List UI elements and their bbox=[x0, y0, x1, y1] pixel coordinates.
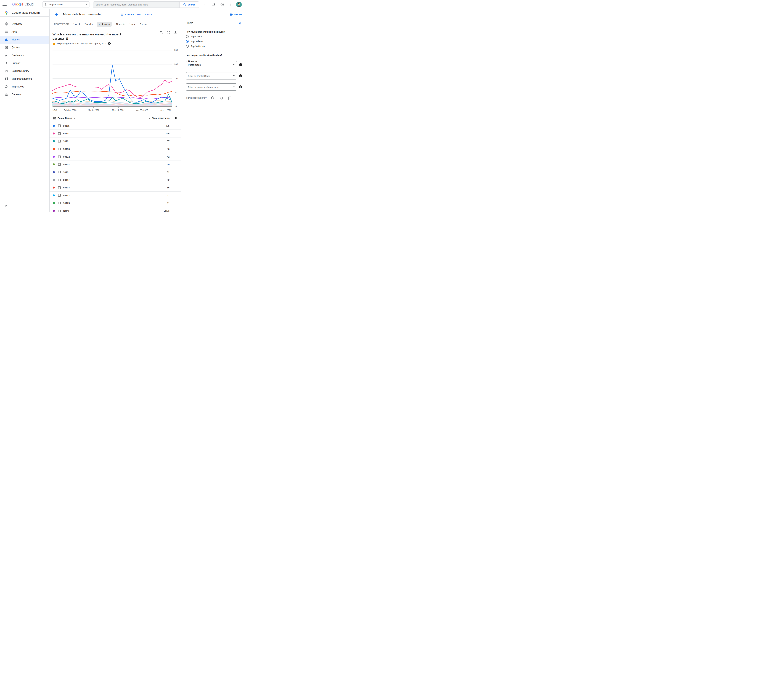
filter-views-select[interactable]: Filter by number of map views bbox=[186, 83, 237, 91]
sidebar-item-map-management[interactable]: Map Management bbox=[0, 75, 49, 83]
postal-code-label: 98102 bbox=[63, 163, 70, 166]
row-checkbox[interactable] bbox=[58, 210, 61, 212]
sidebar-item-support[interactable]: Support bbox=[0, 59, 49, 67]
row-checkbox[interactable] bbox=[58, 124, 61, 127]
project-picker[interactable]: Project Name bbox=[42, 2, 90, 8]
thumbs-down-icon[interactable] bbox=[219, 96, 223, 100]
row-checkbox[interactable] bbox=[58, 179, 61, 181]
upload-chart-icon[interactable] bbox=[173, 31, 177, 34]
sort-column-header[interactable]: Total map views bbox=[148, 117, 170, 119]
search-icon bbox=[183, 3, 186, 6]
warning-help-icon[interactable]: ? bbox=[108, 42, 111, 45]
range-1-week[interactable]: 1 week bbox=[74, 23, 80, 25]
range-4-weeks-selected[interactable]: ✓ 4 weeks bbox=[97, 22, 112, 27]
range-12-weeks[interactable]: 12 weeks bbox=[116, 23, 125, 25]
back-arrow-icon[interactable] bbox=[55, 12, 59, 16]
sidebar-item-overview[interactable]: Overview bbox=[0, 20, 49, 28]
export-data-button[interactable]: EXPORT DATA TO CSV bbox=[121, 13, 153, 16]
series-color-dot bbox=[53, 148, 55, 150]
table-row[interactable]: 9811311 bbox=[49, 191, 181, 199]
search-input[interactable]: Search (/) for resources, docs, products… bbox=[93, 2, 180, 8]
group-by-help-icon[interactable]: ? bbox=[239, 63, 242, 66]
table-row[interactable]: 9812242 bbox=[49, 153, 181, 160]
postal-code-label: 98111 bbox=[63, 132, 69, 135]
row-checkbox[interactable] bbox=[58, 140, 61, 142]
sidebar-item-apis[interactable]: APIs bbox=[0, 28, 49, 36]
learn-button[interactable]: LEARN bbox=[229, 13, 242, 16]
sidebar-item-metrics[interactable]: Metrics bbox=[0, 36, 49, 44]
group-by-select[interactable]: Group by Postal Code bbox=[186, 61, 237, 69]
group-by-column-header[interactable]: Postal Codes bbox=[53, 117, 76, 119]
range-1-year[interactable]: 1 year bbox=[129, 23, 136, 25]
export-upload-icon bbox=[121, 13, 124, 16]
sidebar-title: Google Maps Platform bbox=[11, 11, 40, 15]
sidebar-item-map-styles[interactable]: Map Styles bbox=[0, 83, 49, 91]
metric-help-icon[interactable]: ? bbox=[66, 38, 69, 40]
sidebar-item-solution-library[interactable]: Solution Library bbox=[0, 67, 49, 75]
collapse-sidebar-icon[interactable] bbox=[5, 204, 8, 207]
radio-top-5[interactable]: Top 5 items bbox=[186, 35, 202, 38]
postal-code-label: 98113 bbox=[63, 194, 70, 197]
sidebar-item-datasets[interactable]: Datasets bbox=[0, 91, 49, 98]
radio-icon bbox=[186, 35, 189, 38]
reset-zoom-button[interactable]: RESET ZOOM bbox=[54, 23, 69, 25]
sidebar-nav: Overview APIs Metrics Quotas bbox=[0, 20, 49, 98]
chart-title: Which areas on the map are viewed the mo… bbox=[52, 33, 121, 36]
range-3-years[interactable]: 3 years bbox=[140, 23, 147, 25]
group-by-floating-label: Group by bbox=[187, 60, 198, 62]
maps-platform-pin-icon bbox=[4, 11, 8, 15]
zoom-reset-icon[interactable] bbox=[160, 31, 163, 34]
filters-header: Filters bbox=[181, 20, 246, 26]
table-row[interactable]: 9810240 bbox=[49, 161, 181, 168]
table-row[interactable]: 9812511 bbox=[49, 199, 181, 207]
row-checkbox[interactable] bbox=[58, 163, 61, 166]
search-button[interactable]: Search bbox=[180, 2, 199, 8]
table-row[interactable]: 9810316 bbox=[49, 184, 181, 191]
range-2-weeks[interactable]: 2 weeks bbox=[85, 23, 93, 25]
help-icon[interactable] bbox=[220, 3, 224, 7]
x-axis-tick-label: Feb 26, 2023 bbox=[61, 109, 80, 111]
fullscreen-icon[interactable] bbox=[167, 31, 170, 34]
chevron-down-icon bbox=[233, 87, 235, 88]
row-checkbox[interactable] bbox=[58, 132, 61, 135]
table-row[interactable]: 9811722 bbox=[49, 176, 181, 184]
table-row[interactable]: 98115235 bbox=[49, 122, 181, 130]
filter-postal-select[interactable]: Filter by Postal Code bbox=[186, 72, 237, 80]
row-checkbox[interactable] bbox=[58, 194, 61, 197]
notifications-bell-icon[interactable] bbox=[212, 3, 216, 7]
sidebar-item-credentials[interactable]: Credentials bbox=[0, 51, 49, 59]
sidebar-item-quotas[interactable]: Quotas bbox=[0, 44, 49, 51]
radio-top-100[interactable]: Top 100 items bbox=[186, 45, 205, 47]
radio-top-50[interactable]: Top 50 items bbox=[186, 40, 203, 43]
table-row[interactable]: 9810132 bbox=[49, 168, 181, 176]
row-checkbox[interactable] bbox=[58, 148, 61, 150]
person-icon bbox=[5, 62, 8, 65]
filter-views-help-icon[interactable]: ? bbox=[239, 85, 242, 88]
row-checkbox[interactable] bbox=[58, 155, 61, 158]
line-chart[interactable] bbox=[52, 47, 172, 106]
google-cloud-logo[interactable]: Google Cloud bbox=[12, 2, 34, 7]
filter-postal-help-icon[interactable]: ? bbox=[239, 74, 242, 77]
cloud-shell-icon[interactable] bbox=[203, 3, 207, 7]
table-row[interactable]: 9813356 bbox=[49, 145, 181, 153]
project-name: Project Name bbox=[49, 3, 85, 6]
metric-label: Map views bbox=[52, 38, 64, 40]
table-row[interactable]: 9810167 bbox=[49, 137, 181, 145]
table-row[interactable]: NameValue bbox=[49, 207, 181, 212]
thumbs-up-icon[interactable] bbox=[211, 96, 214, 100]
filters-title: Filters bbox=[186, 21, 193, 25]
series-color-dot bbox=[53, 171, 55, 173]
menu-icon[interactable] bbox=[3, 3, 7, 7]
learn-cap-icon bbox=[229, 13, 233, 16]
more-vertical-icon[interactable] bbox=[229, 3, 232, 7]
row-checkbox[interactable] bbox=[58, 186, 61, 189]
row-checkbox[interactable] bbox=[58, 171, 61, 173]
avatar[interactable] bbox=[236, 2, 242, 7]
table-row[interactable]: 98111165 bbox=[49, 130, 181, 137]
feedback-icon[interactable] bbox=[228, 96, 232, 100]
collapse-panel-icon[interactable] bbox=[238, 21, 241, 25]
row-checkbox[interactable] bbox=[58, 202, 61, 204]
sidebar: Google Maps Platform Overview APIs Metri… bbox=[0, 9, 49, 212]
column-display-icon[interactable] bbox=[175, 117, 178, 119]
x-axis-tick-label: Mar 15, 2022 bbox=[109, 109, 128, 111]
